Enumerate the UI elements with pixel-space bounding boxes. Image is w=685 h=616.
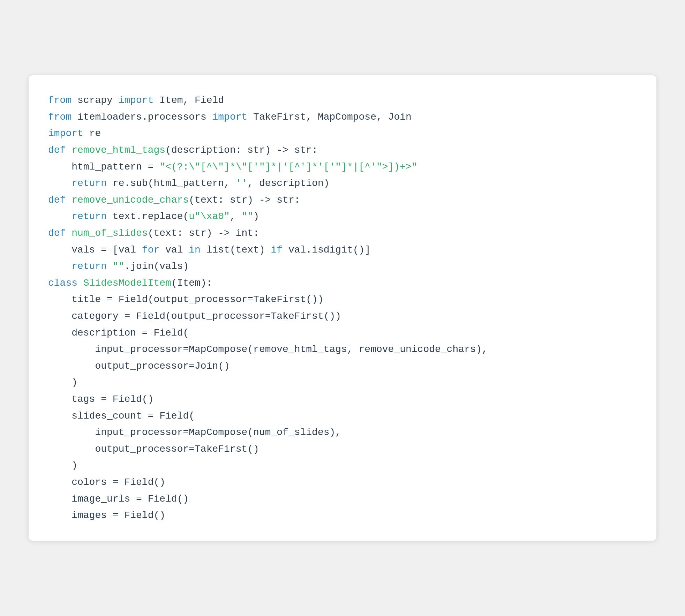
code-line: slides_count = Field( (48, 408, 637, 425)
code-token: output_processor=TakeFirst() (48, 444, 259, 455)
code-line: ) (48, 374, 637, 391)
code-line: vals = [val for val in list(text) if val… (48, 242, 637, 258)
code-token: return (71, 261, 107, 272)
code-token (107, 261, 113, 272)
code-container: from scrapy import Item, Fieldfrom iteml… (29, 75, 656, 540)
code-token: , (230, 211, 242, 222)
code-line: output_processor=TakeFirst() (48, 441, 637, 458)
code-token: ) (48, 460, 77, 471)
code-line: description = Field( (48, 325, 637, 341)
code-line: category = Field(output_processor=TakeFi… (48, 308, 637, 325)
code-token (48, 261, 71, 272)
code-token: '' (236, 178, 248, 189)
code-token: (text: str) -> int: (148, 228, 259, 239)
code-block: from scrapy import Item, Fieldfrom iteml… (48, 92, 637, 524)
code-line: def remove_html_tags(description: str) -… (48, 142, 637, 159)
code-token: input_processor=MapCompose(remove_html_t… (48, 344, 488, 355)
code-line: image_urls = Field() (48, 491, 637, 508)
code-token: "<(?:\"[^\"]*\"['"]*|'[^']*'['"]*|[^'">]… (159, 161, 417, 172)
code-token: u"\xa0" (189, 211, 230, 222)
code-token: list(text) (201, 245, 271, 255)
code-line: return text.replace(u"\xa0", "") (48, 208, 637, 225)
code-token: html_pattern = (48, 161, 159, 172)
code-token: return (71, 211, 107, 222)
code-line: from scrapy import Item, Field (48, 92, 637, 109)
code-token: from (48, 95, 71, 106)
code-line: def num_of_slides(text: str) -> int: (48, 225, 637, 242)
code-token: category = Field(output_processor=TakeFi… (48, 311, 341, 322)
code-line: ) (48, 457, 637, 474)
code-token: colors = Field() (48, 477, 165, 488)
code-token (77, 278, 83, 288)
code-token: def (48, 228, 66, 239)
code-token: import (48, 128, 83, 139)
code-token: TakeFirst, MapCompose, Join (247, 112, 411, 122)
code-line: return re.sub(html_pattern, '', descript… (48, 175, 637, 192)
code-token: ) (253, 211, 259, 222)
code-token (48, 211, 71, 222)
code-token: val (159, 245, 189, 255)
code-token: itemloaders.processors (71, 112, 212, 122)
code-line: title = Field(output_processor=TakeFirst… (48, 291, 637, 308)
code-token: from (48, 112, 71, 122)
code-token: Item, Field (153, 95, 224, 106)
code-token: title = Field(output_processor=TakeFirst… (48, 294, 324, 305)
code-token: ) (48, 377, 77, 388)
code-token: remove_html_tags (71, 145, 165, 156)
code-token: image_urls = Field() (48, 494, 189, 504)
code-line: tags = Field() (48, 391, 637, 408)
code-token: (Item): (171, 278, 212, 288)
code-line: def remove_unicode_chars(text: str) -> s… (48, 192, 637, 209)
code-token: def (48, 195, 66, 205)
code-token: "" (113, 261, 125, 272)
code-line: input_processor=MapCompose(num_of_slides… (48, 424, 637, 441)
code-token: vals = [val (48, 245, 142, 255)
code-token: output_processor=Join() (48, 361, 230, 371)
code-token: re.sub(html_pattern, (107, 178, 236, 189)
code-token: import (119, 95, 154, 106)
code-token: import (212, 112, 247, 122)
code-token: (text: str) -> str: (189, 195, 300, 205)
code-line: input_processor=MapCompose(remove_html_t… (48, 341, 637, 358)
code-line: colors = Field() (48, 474, 637, 491)
code-token: class (48, 278, 77, 288)
code-line: class SlidesModelItem(Item): (48, 275, 637, 292)
code-token: images = Field() (48, 510, 165, 521)
code-line: html_pattern = "<(?:\"[^\"]*\"['"]*|'[^'… (48, 159, 637, 175)
code-token: remove_unicode_chars (71, 195, 189, 205)
code-token: scrapy (71, 95, 118, 106)
code-token: text.replace( (107, 211, 189, 222)
code-line: return "".join(vals) (48, 258, 637, 275)
code-line: import re (48, 125, 637, 142)
code-token: description = Field( (48, 328, 189, 338)
code-token: , description) (247, 178, 329, 189)
code-line: output_processor=Join() (48, 358, 637, 375)
code-token: SlidesModelItem (83, 278, 171, 288)
code-token: tags = Field() (48, 394, 153, 405)
code-token: .join(vals) (124, 261, 189, 272)
code-line: images = Field() (48, 507, 637, 524)
code-line: from itemloaders.processors import TakeF… (48, 109, 637, 126)
code-token (66, 145, 71, 156)
code-token (66, 195, 71, 205)
code-token: re (83, 128, 101, 139)
code-token: input_processor=MapCompose(num_of_slides… (48, 427, 341, 438)
code-token: num_of_slides (71, 228, 148, 239)
code-token: if (271, 245, 283, 255)
code-token: slides_count = Field( (48, 411, 195, 421)
code-token: val.isdigit()] (283, 245, 370, 255)
code-token: "" (242, 211, 254, 222)
code-token: def (48, 145, 66, 156)
code-token (48, 178, 71, 189)
code-token: in (189, 245, 201, 255)
code-token: for (142, 245, 159, 255)
code-token: return (71, 178, 107, 189)
code-token: (description: str) -> str: (165, 145, 318, 156)
code-token (66, 228, 71, 239)
